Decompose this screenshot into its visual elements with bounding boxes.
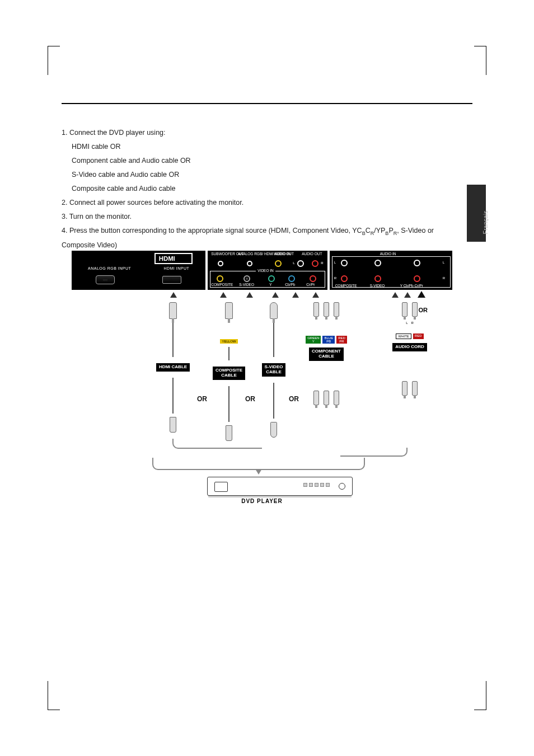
composite-audio-label: COMPOSITE (335, 284, 357, 288)
blue-tag: BLUE PB (322, 336, 335, 344)
r-label: R (334, 276, 336, 280)
rca-plug-icon (412, 302, 418, 317)
svideo-plug-icon (270, 422, 277, 438)
ycbcr-audio-label: Y Cb/Pb Cr/Pr (400, 284, 423, 288)
audio-r-3-icon (414, 275, 420, 282)
l-label: L (334, 261, 336, 264)
hdmi-logo-icon: HDMI (154, 253, 193, 264)
step-1-opt: HDMI cable OR (62, 140, 459, 154)
step-1-opt: S-Video cable and Audio cable OR (62, 168, 459, 182)
hdmi-cable-label: HDMI CABLE (156, 363, 190, 372)
arrow-up-icon (220, 292, 227, 298)
step-1: 1. Connect the DVD player using: (62, 126, 459, 140)
or-label: OR (245, 395, 255, 403)
l-label: L (293, 261, 294, 265)
arrow-up-icon (246, 292, 253, 298)
video-out-jack-icon (275, 260, 282, 267)
hdmi-cable-column: HDMI CABLE (153, 302, 193, 433)
rca-plug-icon (313, 391, 319, 405)
audio-l-3-icon (414, 260, 420, 266)
arrow-up-icon (392, 292, 399, 298)
step-4-text: P (388, 227, 393, 234)
audio-out-label: AUDIO OUT (302, 252, 322, 256)
audio-l-1-icon (341, 260, 348, 266)
composite-label: COMPOSITE (211, 283, 233, 287)
step-3: 3. Turn on the monitor. (62, 210, 459, 224)
or-label: OR (289, 395, 299, 403)
r-label: R (321, 261, 323, 265)
rca-plug-icon (402, 381, 407, 396)
arrow-up-icon (272, 292, 279, 298)
rca-plug-icon (334, 302, 339, 317)
cable-line-icon (228, 347, 229, 360)
arrow-up-icon (170, 292, 177, 298)
crop-mark (474, 681, 486, 710)
svg-text:HDMI: HDMI (159, 255, 175, 262)
green-tag: GREEN Y (306, 336, 321, 344)
connection-diagram: HDMI ANALOG RGB INPUT HDMI INPUT ::::: S… (72, 251, 452, 290)
cable-line-icon (273, 383, 274, 419)
monitor-audio-in-panel: AUDIO IN L L R R COMPOSITE S-VIDEO Y Cb/… (330, 251, 452, 290)
step-4-text: C (366, 227, 371, 234)
audio-out-l-jack-icon (297, 260, 304, 267)
crop-mark (474, 46, 486, 75)
step-4-text: 4. Press the button corresponding to the… (62, 227, 362, 234)
hdmi-port-icon (162, 276, 181, 284)
rca-plug-icon (334, 391, 339, 405)
component-cable-column: GREEN Y BLUE PB RED PR COMPONENT CABLE (296, 302, 357, 405)
crop-mark (48, 46, 60, 75)
svideo-audio-label: S-VIDEO (370, 284, 385, 288)
page-rule (62, 103, 472, 104)
svideo-plug-icon (270, 302, 278, 319)
arrow-up-icon (404, 292, 411, 298)
instructions: 1. Connect the DVD player using: HDMI ca… (62, 126, 459, 252)
cable-line-icon (273, 321, 274, 357)
rca-plug-icon (225, 302, 233, 319)
composite-cable-label: COMPOSITE CABLE (212, 366, 246, 381)
dvd-player-icon (207, 477, 353, 496)
step-4-text: /YP (374, 227, 385, 234)
hdmi-input-label: HDMI INPUT (163, 266, 189, 270)
crop-mark (48, 681, 60, 710)
rca-plug-icon (324, 391, 329, 405)
arrow-up-icon (418, 291, 425, 298)
svideo-cable-column: S-VIDEO CABLE (254, 302, 293, 438)
analog-rgb-input-label: ANALOG RGB INPUT (88, 266, 131, 270)
cable-line-icon (172, 321, 174, 357)
audio-r-2-icon (374, 275, 381, 282)
svideo-label: S-VIDEO (239, 283, 254, 287)
language-label: Français (483, 210, 489, 234)
crpr-label: Cr/Pr (306, 283, 315, 287)
audio-out-r-jack-icon (312, 260, 318, 267)
hdmi-plug-icon (170, 417, 176, 433)
step-2: 2. Connect all power sources before acti… (62, 196, 459, 210)
rca-plug-icon (313, 302, 319, 317)
hdmi-audio-jack-icon (247, 261, 252, 266)
component-cable-label: COMPONENT CABLE (308, 347, 344, 361)
step-1-opt: Composite cable and Audio cable (62, 182, 459, 196)
or-label: OR (197, 395, 207, 403)
dvd-power-icon (339, 483, 345, 490)
monitor-io-panel-middle: SUBWOOFER OUT ANALOG RGB/ HDMI AUDIO IN … (208, 251, 327, 290)
audio-cord-label: AUDIO CORD (392, 342, 428, 352)
audio-l-2-icon (374, 260, 381, 266)
rca-plug-icon (402, 302, 407, 317)
r-label: R (411, 321, 414, 325)
cbpb-label: Cb/Pb (285, 283, 295, 287)
audio-in-group (332, 256, 451, 288)
dvd-buttons-icon (303, 483, 330, 487)
subwoofer-jack-icon (218, 261, 223, 266)
arrow-up-icon (312, 292, 319, 298)
audio-cord-column: L R WHITE RED AUDIO CORD (382, 302, 438, 396)
step-1-opt: Component cable and Audio cable OR (62, 154, 459, 168)
rca-plug-icon (324, 302, 329, 317)
dvd-player-label: DVD PLAYER (72, 498, 452, 504)
arrow-up-icon (292, 292, 299, 298)
l-label: L (406, 321, 407, 325)
r-label: R (443, 276, 445, 280)
audio-in-label: AUDIO IN (380, 252, 396, 256)
audio-r-1-icon (341, 275, 348, 282)
cable-line-icon (228, 386, 229, 422)
rca-plug-icon (412, 381, 418, 396)
cable-route-line (172, 439, 262, 449)
